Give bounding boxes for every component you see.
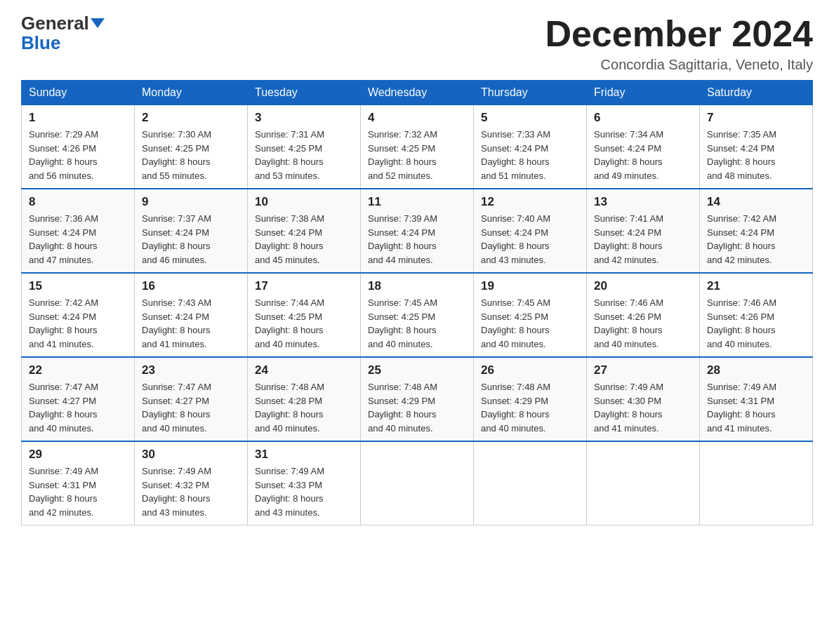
day-info: Sunrise: 7:36 AMSunset: 4:24 PMDaylight:… [29, 212, 127, 267]
day-info: Sunrise: 7:47 AMSunset: 4:27 PMDaylight:… [142, 380, 240, 435]
table-row: 14Sunrise: 7:42 AMSunset: 4:24 PMDayligh… [700, 189, 813, 273]
day-info: Sunrise: 7:49 AMSunset: 4:30 PMDaylight:… [594, 380, 692, 435]
day-number: 3 [255, 111, 353, 125]
day-number: 10 [255, 195, 353, 209]
day-info: Sunrise: 7:32 AMSunset: 4:25 PMDaylight:… [368, 128, 466, 182]
day-info: Sunrise: 7:49 AMSunset: 4:32 PMDaylight:… [142, 464, 240, 519]
table-row: 5Sunrise: 7:33 AMSunset: 4:24 PMDaylight… [474, 105, 587, 189]
table-row: 24Sunrise: 7:48 AMSunset: 4:28 PMDayligh… [248, 357, 361, 441]
logo-triangle-icon [91, 18, 105, 28]
calendar-week-row: 1Sunrise: 7:29 AMSunset: 4:26 PMDaylight… [22, 105, 813, 189]
day-number: 23 [142, 363, 240, 377]
table-row: 8Sunrise: 7:36 AMSunset: 4:24 PMDaylight… [22, 189, 135, 273]
day-info: Sunrise: 7:41 AMSunset: 4:24 PMDaylight:… [594, 212, 692, 267]
table-row: 16Sunrise: 7:43 AMSunset: 4:24 PMDayligh… [135, 273, 248, 357]
header-saturday: Saturday [700, 81, 813, 105]
day-number: 5 [481, 111, 579, 125]
day-info: Sunrise: 7:40 AMSunset: 4:24 PMDaylight:… [481, 212, 579, 267]
day-number: 12 [481, 195, 579, 209]
logo-blue: Blue [21, 32, 60, 54]
day-info: Sunrise: 7:42 AMSunset: 4:24 PMDaylight:… [29, 296, 127, 351]
day-info: Sunrise: 7:49 AMSunset: 4:33 PMDaylight:… [255, 464, 353, 519]
day-info: Sunrise: 7:30 AMSunset: 4:25 PMDaylight:… [142, 128, 240, 182]
header-wednesday: Wednesday [361, 81, 474, 105]
day-number: 7 [707, 111, 805, 125]
table-row: 27Sunrise: 7:49 AMSunset: 4:30 PMDayligh… [587, 357, 700, 441]
day-info: Sunrise: 7:42 AMSunset: 4:24 PMDaylight:… [707, 212, 805, 267]
page-header: General Blue December 2024 Concordia Sag… [21, 14, 813, 73]
day-info: Sunrise: 7:49 AMSunset: 4:31 PMDaylight:… [29, 464, 127, 519]
weekday-header-row: Sunday Monday Tuesday Wednesday Thursday… [22, 81, 813, 105]
day-number: 1 [29, 111, 127, 125]
table-row: 20Sunrise: 7:46 AMSunset: 4:26 PMDayligh… [587, 273, 700, 357]
day-info: Sunrise: 7:31 AMSunset: 4:25 PMDaylight:… [255, 128, 353, 182]
table-row: 19Sunrise: 7:45 AMSunset: 4:25 PMDayligh… [474, 273, 587, 357]
table-row: 25Sunrise: 7:48 AMSunset: 4:29 PMDayligh… [361, 357, 474, 441]
day-info: Sunrise: 7:45 AMSunset: 4:25 PMDaylight:… [481, 296, 579, 351]
day-info: Sunrise: 7:35 AMSunset: 4:24 PMDaylight:… [707, 128, 805, 182]
day-number: 25 [368, 363, 466, 377]
day-number: 24 [255, 363, 353, 377]
location-title: Concordia Sagittaria, Veneto, Italy [545, 57, 813, 73]
day-info: Sunrise: 7:46 AMSunset: 4:26 PMDaylight:… [707, 296, 805, 351]
day-number: 15 [29, 279, 127, 293]
table-row [700, 441, 813, 525]
header-friday: Friday [587, 81, 700, 105]
day-number: 18 [368, 279, 466, 293]
day-number: 9 [142, 195, 240, 209]
table-row: 4Sunrise: 7:32 AMSunset: 4:25 PMDaylight… [361, 105, 474, 189]
table-row: 12Sunrise: 7:40 AMSunset: 4:24 PMDayligh… [474, 189, 587, 273]
day-info: Sunrise: 7:33 AMSunset: 4:24 PMDaylight:… [481, 128, 579, 182]
day-info: Sunrise: 7:47 AMSunset: 4:27 PMDaylight:… [29, 380, 127, 435]
table-row: 6Sunrise: 7:34 AMSunset: 4:24 PMDaylight… [587, 105, 700, 189]
table-row: 29Sunrise: 7:49 AMSunset: 4:31 PMDayligh… [22, 441, 135, 525]
day-info: Sunrise: 7:49 AMSunset: 4:31 PMDaylight:… [707, 380, 805, 435]
day-info: Sunrise: 7:43 AMSunset: 4:24 PMDaylight:… [142, 296, 240, 351]
header-tuesday: Tuesday [248, 81, 361, 105]
table-row: 13Sunrise: 7:41 AMSunset: 4:24 PMDayligh… [587, 189, 700, 273]
table-row: 3Sunrise: 7:31 AMSunset: 4:25 PMDaylight… [248, 105, 361, 189]
calendar-week-row: 29Sunrise: 7:49 AMSunset: 4:31 PMDayligh… [22, 441, 813, 525]
day-info: Sunrise: 7:38 AMSunset: 4:24 PMDaylight:… [255, 212, 353, 267]
day-info: Sunrise: 7:46 AMSunset: 4:26 PMDaylight:… [594, 296, 692, 351]
table-row: 18Sunrise: 7:45 AMSunset: 4:25 PMDayligh… [361, 273, 474, 357]
day-info: Sunrise: 7:48 AMSunset: 4:28 PMDaylight:… [255, 380, 353, 435]
table-row: 11Sunrise: 7:39 AMSunset: 4:24 PMDayligh… [361, 189, 474, 273]
day-number: 29 [29, 448, 127, 462]
day-number: 19 [481, 279, 579, 293]
header-sunday: Sunday [22, 81, 135, 105]
day-number: 11 [368, 195, 466, 209]
table-row: 1Sunrise: 7:29 AMSunset: 4:26 PMDaylight… [22, 105, 135, 189]
table-row [587, 441, 700, 525]
table-row: 21Sunrise: 7:46 AMSunset: 4:26 PMDayligh… [700, 273, 813, 357]
day-number: 26 [481, 363, 579, 377]
day-number: 2 [142, 111, 240, 125]
day-info: Sunrise: 7:34 AMSunset: 4:24 PMDaylight:… [594, 128, 692, 182]
table-row: 26Sunrise: 7:48 AMSunset: 4:29 PMDayligh… [474, 357, 587, 441]
day-number: 14 [707, 195, 805, 209]
table-row [474, 441, 587, 525]
day-info: Sunrise: 7:29 AMSunset: 4:26 PMDaylight:… [29, 128, 127, 182]
header-monday: Monday [135, 81, 248, 105]
day-number: 22 [29, 363, 127, 377]
day-number: 16 [142, 279, 240, 293]
title-block: December 2024 Concordia Sagittaria, Vene… [545, 14, 813, 73]
month-title: December 2024 [545, 14, 813, 54]
day-number: 17 [255, 279, 353, 293]
table-row: 17Sunrise: 7:44 AMSunset: 4:25 PMDayligh… [248, 273, 361, 357]
day-number: 13 [594, 195, 692, 209]
day-info: Sunrise: 7:44 AMSunset: 4:25 PMDaylight:… [255, 296, 353, 351]
table-row: 9Sunrise: 7:37 AMSunset: 4:24 PMDaylight… [135, 189, 248, 273]
day-info: Sunrise: 7:39 AMSunset: 4:24 PMDaylight:… [368, 212, 466, 267]
table-row: 7Sunrise: 7:35 AMSunset: 4:24 PMDaylight… [700, 105, 813, 189]
day-number: 27 [594, 363, 692, 377]
table-row: 31Sunrise: 7:49 AMSunset: 4:33 PMDayligh… [248, 441, 361, 525]
logo: General Blue [21, 14, 105, 54]
table-row: 22Sunrise: 7:47 AMSunset: 4:27 PMDayligh… [22, 357, 135, 441]
table-row: 15Sunrise: 7:42 AMSunset: 4:24 PMDayligh… [22, 273, 135, 357]
logo-general: General [21, 14, 89, 32]
table-row: 23Sunrise: 7:47 AMSunset: 4:27 PMDayligh… [135, 357, 248, 441]
table-row: 2Sunrise: 7:30 AMSunset: 4:25 PMDaylight… [135, 105, 248, 189]
table-row [361, 441, 474, 525]
day-number: 4 [368, 111, 466, 125]
